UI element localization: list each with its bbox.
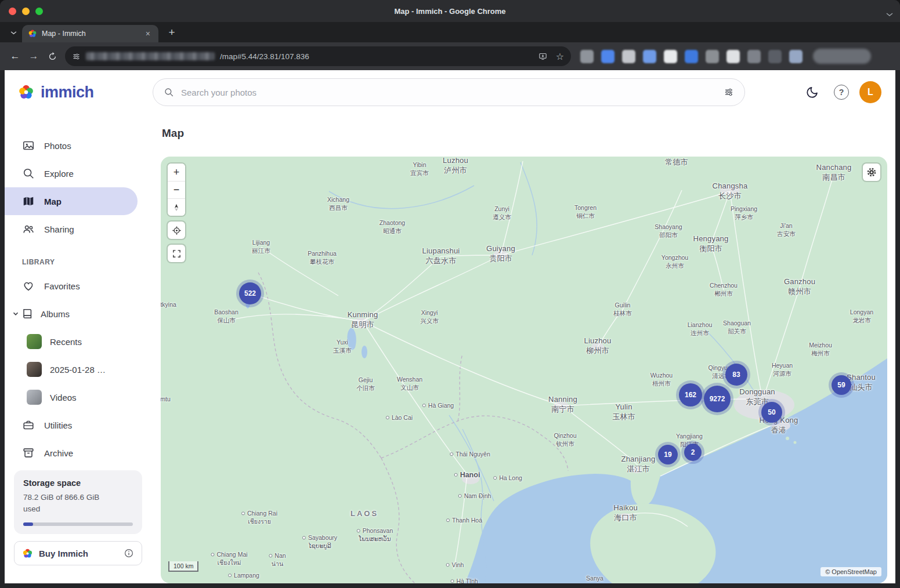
- avatar[interactable]: L: [859, 81, 881, 103]
- map-settings-button[interactable]: [863, 164, 880, 181]
- sidebar-album-dated[interactable]: 2025-01-28 …: [5, 355, 138, 383]
- map-place-label: Lampang: [228, 572, 259, 580]
- extension-icon[interactable]: [789, 50, 803, 63]
- site-settings-icon[interactable]: [72, 52, 81, 61]
- sidebar-album-videos[interactable]: Videos: [5, 383, 138, 411]
- buy-immich-button[interactable]: Buy Immich: [14, 541, 142, 565]
- sidebar-item-label: Sharing: [44, 224, 74, 234]
- map-place-label: Hà Tĩnh: [450, 578, 478, 583]
- minimize-window-button[interactable]: [22, 8, 30, 15]
- map-place-label: Guilin 桂林市: [613, 302, 632, 317]
- dark-mode-toggle[interactable]: [801, 81, 823, 103]
- back-button[interactable]: ←: [6, 47, 24, 66]
- sidebar-item-favorites[interactable]: Favorites: [5, 272, 138, 300]
- map-place-label: LAOS: [350, 509, 378, 519]
- extension-icon[interactable]: [601, 50, 615, 63]
- sidebar-item-label: Map: [44, 197, 62, 206]
- browser-toolbar: ← → /map#5.44/23.81/107.836 ☆: [0, 42, 900, 70]
- search-input[interactable]: [181, 88, 717, 97]
- map-place-label: Zhanjiang 湛江市: [621, 455, 656, 474]
- extension-icon[interactable]: [685, 50, 698, 63]
- address-bar[interactable]: /map#5.44/23.81/107.836 ☆: [65, 46, 571, 66]
- chevron-down-icon[interactable]: [12, 310, 20, 318]
- url-path: /map#5.44/23.81/107.836: [220, 52, 309, 61]
- browser-tab[interactable]: Map - Immich ×: [22, 25, 158, 42]
- map-place-label: Heyuan 河源市: [772, 362, 793, 378]
- sidebar-item-map[interactable]: Map: [5, 187, 138, 215]
- profile-chip[interactable]: [813, 49, 871, 64]
- map-place-label: Gejiu 个旧市: [356, 376, 375, 392]
- storage-progress-fill: [23, 522, 33, 526]
- album-label: 2025-01-28 …: [50, 365, 106, 375]
- extension-icon[interactable]: [643, 50, 656, 63]
- photo-cluster-marker[interactable]: 50: [761, 402, 782, 423]
- close-tab-icon[interactable]: ×: [143, 28, 153, 39]
- close-window-button[interactable]: [9, 8, 16, 15]
- extension-icon[interactable]: [580, 50, 594, 63]
- photo-cluster-marker[interactable]: 522: [239, 282, 261, 304]
- photo-cluster-marker[interactable]: 162: [679, 383, 702, 406]
- map-place-label: Haikou 海口市: [613, 503, 638, 523]
- map-place-label: Shaoguan 韶关市: [723, 320, 751, 335]
- album-thumbnail: [27, 362, 42, 377]
- photo-cluster-marker[interactable]: 83: [725, 364, 747, 386]
- app-header: immich: [5, 70, 895, 114]
- sidebar-item-explore[interactable]: Explore: [5, 159, 138, 187]
- immich-logo[interactable]: immich: [17, 84, 153, 101]
- map-place-label: Lào Cai: [386, 414, 413, 422]
- sidebar-item-utilities[interactable]: Utilities: [5, 411, 138, 439]
- sidebar-item-photos[interactable]: Photos: [5, 132, 138, 159]
- photo-cluster-marker[interactable]: 59: [832, 375, 851, 395]
- map-place-label: Nanchang 南昌市: [816, 163, 852, 183]
- map-icon: [22, 195, 35, 208]
- zoom-in-button[interactable]: +: [168, 164, 185, 181]
- new-tab-button[interactable]: +: [164, 25, 179, 40]
- map-place-label: Yuxi 玉溪市: [333, 339, 352, 354]
- tab-search-button[interactable]: [7, 26, 20, 39]
- sidebar-item-albums[interactable]: Albums: [5, 300, 138, 328]
- compass-button[interactable]: [168, 198, 185, 216]
- map-place-label: Liuzhou 柳州市: [584, 336, 612, 356]
- forward-button[interactable]: →: [24, 47, 43, 66]
- photo-cluster-marker[interactable]: 9272: [704, 386, 731, 412]
- map-canvas[interactable]: Luzhou 泸州市 Yibin 宜宾市 常德市 Changsha 长沙市: [161, 157, 887, 583]
- map-place-label: Phonsavan ໂພນສະຫວັນ: [357, 527, 393, 543]
- photo-cluster-marker[interactable]: 2: [684, 444, 702, 461]
- bookmark-star-icon[interactable]: ☆: [556, 51, 564, 62]
- sidebar-item-archive[interactable]: Archive: [5, 439, 138, 467]
- help-button[interactable]: ?: [834, 85, 849, 100]
- zoom-out-button[interactable]: −: [168, 181, 185, 198]
- search-filter-icon[interactable]: [724, 87, 734, 97]
- map-place-label: 常德市: [665, 158, 688, 168]
- geolocate-button[interactable]: [168, 222, 185, 239]
- photo-cluster-marker[interactable]: 19: [658, 445, 678, 464]
- immich-app: immich: [5, 70, 895, 583]
- extension-icon[interactable]: [726, 50, 740, 63]
- reload-button[interactable]: [43, 47, 62, 66]
- map-place-label: Hengyang 衡阳市: [693, 234, 729, 254]
- extension-icon[interactable]: [664, 50, 677, 63]
- map-place-label: Ji'an 吉安市: [777, 222, 796, 238]
- extension-icon[interactable]: [768, 50, 782, 63]
- titlebar: Map - Immich - Google Chrome: [0, 0, 900, 22]
- albums-icon: [21, 307, 34, 320]
- geolocate-icon: [171, 225, 182, 236]
- sidebar-album-recents[interactable]: Recents: [5, 328, 138, 355]
- maximize-window-button[interactable]: [35, 8, 43, 15]
- map-place-label: Chiang Rai เชียงราย: [241, 510, 277, 525]
- map-attribution[interactable]: © OpenStreetMap: [821, 567, 881, 576]
- extension-icon[interactable]: [706, 50, 719, 63]
- info-icon[interactable]: [124, 548, 134, 558]
- map-place-label: Kunming 昆明市: [348, 310, 378, 330]
- tab-title: Map - Immich: [42, 30, 139, 38]
- sidebar-item-sharing[interactable]: Sharing: [5, 215, 138, 243]
- search-bar[interactable]: [153, 78, 745, 106]
- extension-icon[interactable]: [622, 50, 635, 63]
- map-place-label: Ganzhou 赣州市: [784, 277, 815, 297]
- titlebar-chevron-icon[interactable]: [886, 9, 893, 19]
- map-place-label: mtu: [161, 395, 171, 404]
- install-app-icon[interactable]: [538, 52, 548, 61]
- extension-icon[interactable]: [747, 50, 761, 63]
- fullscreen-button[interactable]: [168, 245, 185, 262]
- map-place-label: Meizhou 梅州市: [809, 342, 832, 357]
